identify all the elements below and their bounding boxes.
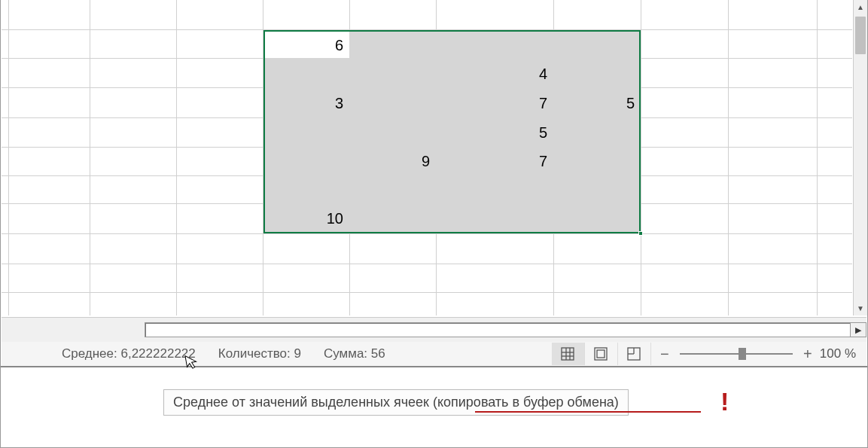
view-normal-button[interactable] [552,343,585,365]
status-sum[interactable]: Сумма: 56 [324,346,385,361]
view-page-layout-button[interactable] [585,343,618,365]
page-break-icon [626,346,642,362]
zoom-slider[interactable] [680,353,793,355]
cell-value[interactable]: 10 [264,211,349,226]
status-bar: Среднее: 6,222222222 Количество: 9 Сумма… [2,342,866,366]
status-count[interactable]: Количество: 9 [218,346,301,361]
zoom-out-button[interactable]: − [657,346,672,363]
cell-value[interactable]: 4 [436,66,553,81]
annotation-exclamation: ! [720,387,729,416]
status-average[interactable]: Среднее: 6,222222222 [62,346,196,361]
grid-icon [559,346,576,362]
svg-rect-6 [597,350,605,358]
svg-rect-0 [562,348,574,360]
zoom-in-button[interactable]: + [800,346,815,363]
status-bar-border [1,366,867,367]
horizontal-scrollbar[interactable] [145,322,851,337]
sheet-tab-area[interactable] [2,318,145,342]
scroll-down-button[interactable]: ▼ [854,301,867,315]
zoom-slider-thumb[interactable] [739,348,746,360]
cell-value[interactable]: 9 [349,154,436,169]
tooltip-text: Среднее от значений выделенных ячеек (ко… [173,395,619,410]
scroll-up-button[interactable]: ▲ [854,0,867,14]
horizontal-scroll-row: ▶ [2,317,866,342]
cell-value[interactable]: 5 [553,96,641,111]
cell-value[interactable]: 3 [264,96,349,111]
vscroll-thumb[interactable] [855,17,866,54]
zoom-level[interactable]: 100 % [820,346,856,361]
annotation-underline [475,411,701,413]
vertical-scrollbar[interactable]: ▲ ▼ [853,0,867,315]
cell-value[interactable]: 7 [436,154,553,169]
cell-value[interactable]: 6 [264,38,349,53]
scroll-right-button[interactable]: ▶ [850,322,866,337]
view-page-break-button[interactable] [618,343,651,365]
spreadsheet-grid[interactable]: 6 4 3 7 5 5 9 7 10 [2,0,852,315]
cell-value[interactable]: 7 [436,96,553,111]
cell-value[interactable]: 5 [436,125,553,140]
selection-handle[interactable] [638,231,643,236]
zoom-control: − + 100 % [651,346,866,363]
page-layout-icon [592,346,609,362]
